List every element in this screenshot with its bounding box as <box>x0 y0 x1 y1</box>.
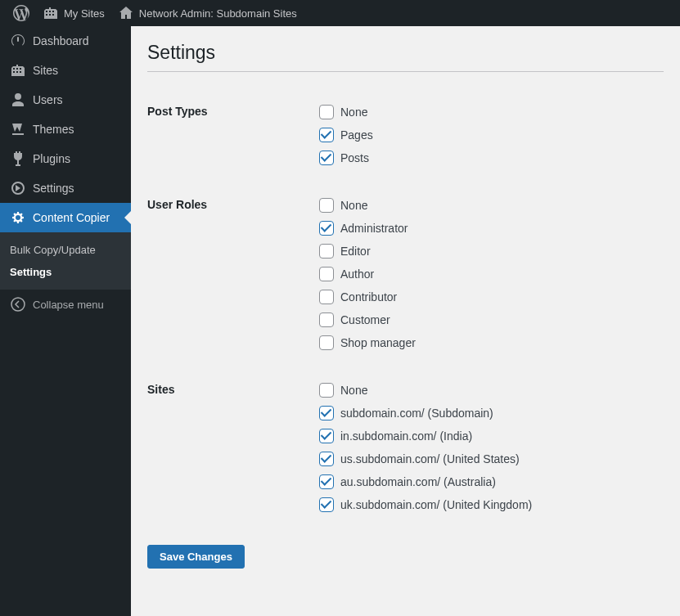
admin-menu: Dashboard Sites Users Themes Plugins Set… <box>0 26 131 616</box>
collapse-menu[interactable]: Collapse menu <box>0 290 131 319</box>
user-role-checkbox-label: None <box>340 199 367 212</box>
network-admin-label: Network Admin: Subdomain Sites <box>139 7 297 20</box>
user-roles-label: User Roles <box>147 182 311 366</box>
collapse-label: Collapse menu <box>33 299 104 311</box>
menu-plugins-label: Plugins <box>33 152 70 165</box>
menu-themes-label: Themes <box>33 123 74 136</box>
submenu-bulk-copy[interactable]: Bulk Copy/Update <box>0 239 131 261</box>
site-option[interactable]: uk.subdomain.com/ (United Kingdom) <box>319 493 655 516</box>
post-types-label: Post Types <box>147 88 311 182</box>
user-role-option[interactable]: Author <box>319 263 655 286</box>
site-checkbox[interactable] <box>319 429 334 443</box>
user-role-option[interactable]: Editor <box>319 240 655 263</box>
site-option[interactable]: us.subdomain.com/ (United States) <box>319 447 655 470</box>
user-role-checkbox-label: Customer <box>340 313 390 326</box>
site-checkbox-label: in.subdomain.com/ (India) <box>340 429 472 443</box>
my-sites-label: My Sites <box>64 7 105 20</box>
post-type-checkbox[interactable] <box>319 151 334 165</box>
menu-dashboard[interactable]: Dashboard <box>0 26 131 56</box>
post-type-checkbox-label: Posts <box>340 151 369 164</box>
site-option[interactable]: au.subdomain.com/ (Australia) <box>319 470 655 493</box>
submenu-settings[interactable]: Settings <box>0 261 131 283</box>
menu-sites[interactable]: Sites <box>0 56 131 85</box>
post-type-checkbox-label: Pages <box>340 128 373 142</box>
user-role-option[interactable]: Customer <box>319 308 655 331</box>
site-checkbox-label: subdomain.com/ (Subdomain) <box>340 407 493 420</box>
settings-form: Post Types NonePagesPosts User Roles Non… <box>147 88 664 528</box>
user-roles-options: NoneAdministratorEditorAuthorContributor… <box>311 182 664 366</box>
themes-icon <box>10 121 26 137</box>
collapse-icon <box>10 296 26 312</box>
user-role-checkbox[interactable] <box>319 198 334 213</box>
user-role-option[interactable]: None <box>319 194 655 217</box>
divider <box>147 71 664 72</box>
plugins-icon <box>10 151 26 167</box>
menu-content-copier-label: Content Copier <box>33 211 110 224</box>
user-role-checkbox-label: Editor <box>340 245 371 258</box>
post-type-option[interactable]: Posts <box>319 146 655 169</box>
menu-sites-label: Sites <box>33 64 58 77</box>
wp-logo[interactable] <box>7 5 36 21</box>
save-changes-button[interactable]: Save Changes <box>147 545 245 569</box>
post-types-options: NonePagesPosts <box>311 88 664 182</box>
user-role-checkbox-label: Author <box>340 268 374 281</box>
user-role-option[interactable]: Shop manager <box>319 331 655 354</box>
site-checkbox[interactable] <box>319 497 334 512</box>
svg-point-0 <box>11 298 25 311</box>
users-icon <box>10 92 26 108</box>
user-role-option[interactable]: Administrator <box>319 217 655 240</box>
user-role-checkbox-label: Administrator <box>340 222 408 235</box>
user-role-checkbox[interactable] <box>319 335 334 350</box>
post-type-option[interactable]: Pages <box>319 124 655 146</box>
site-checkbox[interactable] <box>319 452 334 466</box>
menu-dashboard-label: Dashboard <box>33 34 89 47</box>
submenu-content-copier: Bulk Copy/Update Settings <box>0 232 131 290</box>
network-admin-link[interactable]: Network Admin: Subdomain Sites <box>111 5 304 21</box>
menu-content-copier[interactable]: Content Copier <box>0 203 131 232</box>
menu-plugins[interactable]: Plugins <box>0 144 131 173</box>
sites-options: Nonesubdomain.com/ (Subdomain)in.subdoma… <box>311 366 664 528</box>
sites-label: Sites <box>147 366 311 528</box>
user-role-checkbox[interactable] <box>319 221 334 236</box>
network-icon <box>43 5 59 21</box>
site-checkbox-label: au.subdomain.com/ (Australia) <box>340 475 496 488</box>
menu-themes[interactable]: Themes <box>0 115 131 144</box>
post-type-option[interactable]: None <box>319 101 655 124</box>
admin-bar: My Sites Network Admin: Subdomain Sites <box>0 0 680 26</box>
site-option[interactable]: in.subdomain.com/ (India) <box>319 425 655 447</box>
page-title: Settings <box>147 34 664 67</box>
menu-users[interactable]: Users <box>0 85 131 115</box>
menu-settings-label: Settings <box>33 182 74 195</box>
my-sites-link[interactable]: My Sites <box>36 5 111 21</box>
user-role-checkbox[interactable] <box>319 290 334 304</box>
sites-icon <box>10 62 26 79</box>
menu-settings[interactable]: Settings <box>0 173 131 203</box>
site-checkbox-label: uk.subdomain.com/ (United Kingdom) <box>340 498 532 511</box>
dashboard-icon <box>10 33 26 49</box>
main-content: Settings Post Types NonePagesPosts User … <box>131 26 680 585</box>
user-role-option[interactable]: Contributor <box>319 286 655 308</box>
site-checkbox-label: us.subdomain.com/ (United States) <box>340 452 520 465</box>
user-role-checkbox[interactable] <box>319 267 334 281</box>
settings-icon <box>10 180 26 196</box>
menu-users-label: Users <box>33 93 63 106</box>
user-role-checkbox-label: Contributor <box>340 290 397 304</box>
site-option[interactable]: subdomain.com/ (Subdomain) <box>319 402 655 425</box>
user-role-checkbox-label: Shop manager <box>340 336 416 349</box>
site-checkbox-label: None <box>340 384 367 397</box>
post-type-checkbox-label: None <box>340 106 367 119</box>
site-option[interactable]: None <box>319 379 655 402</box>
gear-icon <box>10 209 26 226</box>
site-checkbox[interactable] <box>319 474 334 489</box>
site-checkbox[interactable] <box>319 406 334 420</box>
post-type-checkbox[interactable] <box>319 128 334 142</box>
user-role-checkbox[interactable] <box>319 244 334 259</box>
post-type-checkbox[interactable] <box>319 105 334 119</box>
user-role-checkbox[interactable] <box>319 312 334 327</box>
site-checkbox[interactable] <box>319 383 334 398</box>
home-icon <box>118 5 134 21</box>
